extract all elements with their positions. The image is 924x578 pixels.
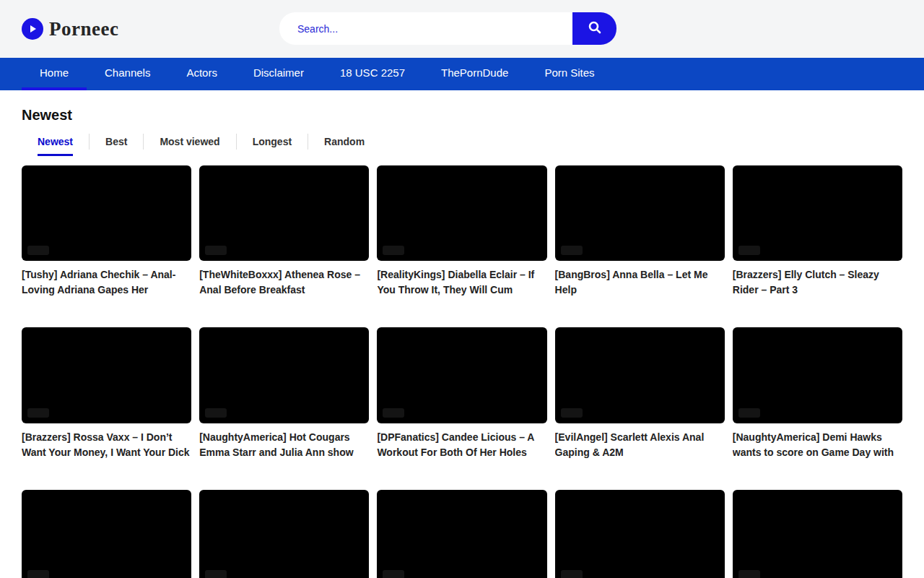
search-input[interactable]	[279, 12, 572, 45]
page-heading: Newest	[22, 107, 902, 124]
nav-link[interactable]: Home	[22, 58, 87, 90]
video-card[interactable]: [EvilAngel] Scarlett Alexis Anal Gaping …	[555, 327, 725, 460]
video-card[interactable]: [Brazzers] Elly Clutch – Sleazy Rider – …	[733, 165, 902, 298]
tab-divider	[308, 134, 308, 150]
nav-link[interactable]: Porn Sites	[526, 58, 612, 90]
duration-badge	[383, 570, 404, 578]
duration-badge	[561, 408, 583, 418]
video-thumbnail[interactable]	[199, 165, 369, 261]
duration-badge	[738, 570, 760, 578]
video-grid: [Tushy] Adriana Chechik – Anal-Loving Ad…	[22, 165, 902, 578]
video-thumbnail[interactable]	[377, 165, 546, 261]
tab-divider	[236, 134, 237, 150]
video-card[interactable]: [NaughtyAmerica] Hot Cougars Emma Starr …	[199, 327, 369, 460]
search-button[interactable]	[572, 12, 616, 45]
video-card[interactable]: [NaughtyAmerica] Demi Hawks wants to sco…	[733, 327, 902, 460]
video-title: [NaughtyAmerica] Demi Hawks wants to sco…	[733, 430, 902, 460]
video-card[interactable]: [TheWhiteBoxxx] Athenea Rose – Anal Befo…	[199, 165, 369, 298]
video-card[interactable]	[733, 490, 902, 578]
nav-link[interactable]: ThePornDude	[423, 58, 526, 90]
brand-logo[interactable]: Porneec	[22, 0, 118, 58]
video-thumbnail[interactable]	[377, 327, 546, 423]
video-card[interactable]: [Tushy] Adriana Chechik – Anal-Loving Ad…	[22, 165, 191, 298]
duration-badge	[383, 246, 404, 255]
video-card[interactable]	[199, 490, 369, 578]
duration-badge	[27, 570, 49, 578]
duration-badge	[738, 246, 760, 255]
video-card[interactable]: [DPFanatics] Candee Licious – A Workout …	[377, 327, 546, 460]
nav-link[interactable]: Channels	[87, 58, 168, 90]
main-nav: Home Channels Actors Disclaimer 18 USC 2…	[0, 58, 924, 90]
video-title: [NaughtyAmerica] Hot Cougars Emma Starr …	[199, 430, 369, 460]
duration-badge	[561, 570, 583, 578]
video-thumbnail[interactable]	[555, 327, 725, 423]
sort-tab[interactable]: Longest	[253, 134, 292, 156]
video-thumbnail[interactable]	[199, 327, 369, 423]
video-title: [BangBros] Anna Bella – Let Me Help	[555, 267, 725, 298]
tab-divider	[89, 134, 90, 150]
sort-tab[interactable]: Newest	[38, 134, 73, 156]
video-title: [Tushy] Adriana Chechik – Anal-Loving Ad…	[22, 267, 191, 298]
duration-badge	[738, 408, 760, 418]
video-thumbnail[interactable]	[22, 327, 191, 423]
video-title: [RealityKings] Diabella Eclair – If You …	[377, 267, 546, 298]
duration-badge	[205, 246, 227, 255]
duration-badge	[205, 408, 227, 418]
video-title: [Brazzers] Elly Clutch – Sleazy Rider – …	[733, 267, 902, 298]
brand-name: Porneec	[49, 18, 118, 40]
nav-link[interactable]: Actors	[168, 58, 235, 90]
duration-badge	[383, 408, 404, 418]
video-card[interactable]: [Brazzers] Rossa Vaxx – I Don’t Want You…	[22, 327, 191, 460]
video-title: [TheWhiteBoxxx] Athenea Rose – Anal Befo…	[199, 267, 369, 298]
sort-tab[interactable]: Random	[324, 134, 365, 156]
video-thumbnail[interactable]	[733, 327, 902, 423]
sort-tab[interactable]: Best	[105, 134, 127, 156]
nav-link[interactable]: Disclaimer	[235, 58, 322, 90]
video-thumbnail[interactable]	[555, 490, 725, 578]
video-title: [Brazzers] Rossa Vaxx – I Don’t Want You…	[22, 430, 191, 460]
video-card[interactable]	[22, 490, 191, 578]
video-thumbnail[interactable]	[377, 490, 546, 578]
duration-badge	[205, 570, 227, 578]
main-content: Newest Newest Best Most viewed Longest R…	[0, 107, 924, 578]
video-thumbnail[interactable]	[22, 490, 191, 578]
video-thumbnail[interactable]	[555, 165, 725, 261]
sort-tab[interactable]: Most viewed	[160, 134, 219, 156]
duration-badge	[27, 408, 49, 418]
duration-badge	[27, 246, 49, 255]
search-form	[279, 12, 616, 45]
video-thumbnail[interactable]	[199, 490, 369, 578]
video-thumbnail[interactable]	[733, 165, 902, 261]
video-card[interactable]: [BangBros] Anna Bella – Let Me Help	[555, 165, 725, 298]
duration-badge	[561, 246, 583, 255]
video-title: [DPFanatics] Candee Licious – A Workout …	[377, 430, 546, 460]
video-thumbnail[interactable]	[22, 165, 191, 261]
video-card[interactable]	[377, 490, 546, 578]
tab-divider	[143, 134, 144, 150]
play-icon	[22, 18, 43, 40]
site-header: Porneec	[0, 0, 924, 58]
video-thumbnail[interactable]	[733, 490, 902, 578]
video-card[interactable]: [RealityKings] Diabella Eclair – If You …	[377, 165, 546, 298]
nav-link[interactable]: 18 USC 2257	[322, 58, 423, 90]
sort-tabs: Newest Best Most viewed Longest Random	[22, 134, 902, 157]
search-icon	[587, 20, 603, 38]
video-title: [EvilAngel] Scarlett Alexis Anal Gaping …	[555, 430, 725, 460]
video-card[interactable]	[555, 490, 725, 578]
